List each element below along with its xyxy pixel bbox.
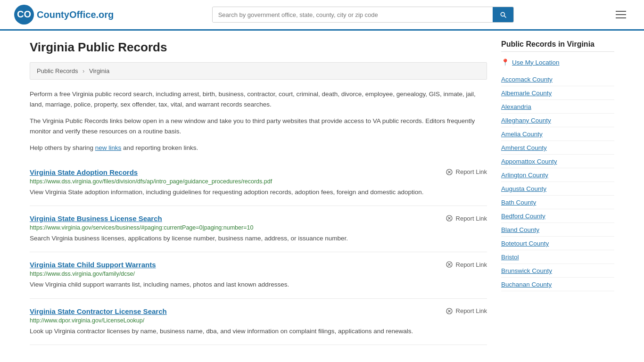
search-input[interactable] — [213, 8, 493, 22]
location-icon: 📍 — [501, 58, 509, 66]
sidebar-county-item: Bland County — [501, 223, 614, 237]
report-icon — [446, 214, 453, 222]
sidebar-county-link[interactable]: Buchanan County — [501, 281, 552, 288]
sidebar-county-item: Amherst County — [501, 141, 614, 155]
sidebar-county-item: Buchanan County — [501, 278, 614, 291]
record-title[interactable]: Virginia State Business License Search — [30, 214, 162, 222]
sidebar-county-list: Accomack CountyAlbemarle CountyAlexandri… — [501, 73, 614, 291]
sidebar-county-item: Amelia County — [501, 127, 614, 141]
sidebar-county-item: Accomack County — [501, 73, 614, 86]
record-url: https://www.dss.virginia.gov/family/dcse… — [30, 271, 487, 277]
menu-button[interactable] — [612, 7, 630, 23]
record-description: Look up Virginia contractor licenses by … — [30, 327, 487, 336]
sidebar-county-link[interactable]: Appomattox County — [501, 158, 557, 165]
sidebar-county-item: Appomattox County — [501, 155, 614, 168]
report-link[interactable]: Report Link — [446, 214, 487, 222]
sidebar-county-link[interactable]: Brunswick County — [501, 267, 552, 274]
svg-text:CO: CO — [17, 9, 31, 19]
sidebar-county-link[interactable]: Bland County — [501, 226, 539, 233]
record-header: Virginia State Business License Search R… — [30, 214, 487, 222]
logo[interactable]: CO CountyOffice.org — [14, 5, 114, 25]
sidebar-county-link[interactable]: Alleghany County — [501, 117, 551, 124]
record-title[interactable]: Virginia State Adoption Records — [30, 168, 138, 176]
record-header: Virginia State Contractor License Search… — [30, 307, 487, 315]
breadcrumb-separator: › — [83, 67, 84, 74]
sidebar-county-link[interactable]: Bath County — [501, 199, 536, 206]
sidebar-county-link[interactable]: Accomack County — [501, 76, 553, 83]
report-link[interactable]: Report Link — [446, 168, 487, 176]
sidebar-county-item: Augusta County — [501, 182, 614, 196]
breadcrumb-parent[interactable]: Public Records — [37, 67, 78, 74]
records-list: Virginia State Adoption Records Report L… — [30, 160, 487, 345]
record-url: http://www.dpor.virginia.gov/LicenseLook… — [30, 317, 487, 324]
sidebar-county-link[interactable]: Augusta County — [501, 185, 546, 192]
record-item: Virginia State Adoption Records Report L… — [30, 160, 487, 206]
search-icon — [499, 11, 507, 18]
sidebar-county-link[interactable]: Botetourt County — [501, 240, 549, 247]
record-item: Virginia State Contractor License Search… — [30, 299, 487, 345]
record-description: View Virginia child support warrants lis… — [30, 280, 487, 289]
record-description: Search Virginia business licenses, appli… — [30, 234, 487, 243]
logo-suffix: .org — [96, 9, 114, 20]
description-2: The Virginia Public Records links below … — [30, 116, 487, 136]
record-item: Virginia State Business License Search R… — [30, 206, 487, 252]
record-title[interactable]: Virginia State Child Support Warrants — [30, 261, 156, 269]
record-description: View Virginia State adoption information… — [30, 188, 487, 197]
sidebar-county-item: Alexandria — [501, 100, 614, 114]
record-title[interactable]: Virginia State Contractor License Search — [30, 307, 167, 315]
report-icon — [446, 261, 453, 268]
sidebar-county-item: Botetourt County — [501, 237, 614, 250]
use-my-location-link[interactable]: Use My Location — [512, 59, 560, 66]
menu-line — [616, 11, 626, 12]
sidebar-county-link[interactable]: Bristol — [501, 254, 519, 261]
sidebar-title: Public Records in Virginia — [501, 40, 614, 52]
report-link-label: Report Link — [456, 168, 487, 175]
report-link[interactable]: Report Link — [446, 261, 487, 268]
record-url: https://www.virginia.gov/services/busine… — [30, 224, 487, 231]
report-link-label: Report Link — [456, 307, 487, 314]
report-link-label: Report Link — [456, 215, 487, 222]
sidebar-county-item: Albemarle County — [501, 86, 614, 100]
search-button[interactable] — [493, 7, 513, 22]
report-icon — [446, 168, 453, 176]
sidebar-county-item: Bristol — [501, 250, 614, 264]
sidebar-county-item: Bedford County — [501, 209, 614, 223]
breadcrumb: Public Records › Virginia — [30, 62, 487, 80]
record-header: Virginia State Child Support Warrants Re… — [30, 261, 487, 269]
sidebar-county-link[interactable]: Arlington County — [501, 172, 548, 179]
record-url: https://www.dss.virginia.gov/files/divis… — [30, 178, 487, 185]
site-header: CO CountyOffice.org — [0, 0, 644, 31]
sidebar-county-item: Bath County — [501, 196, 614, 209]
sidebar-county-link[interactable]: Bedford County — [501, 213, 545, 220]
report-link-label: Report Link — [456, 261, 487, 268]
main-container: Virginia Public Records Public Records ›… — [16, 31, 628, 354]
menu-line — [616, 14, 626, 15]
sidebar-county-item: Brunswick County — [501, 264, 614, 278]
new-links-link[interactable]: new links — [95, 144, 122, 151]
breadcrumb-current: Virginia — [89, 67, 109, 74]
sidebar: Public Records in Virginia 📍 Use My Loca… — [501, 40, 614, 345]
record-header: Virginia State Adoption Records Report L… — [30, 168, 487, 176]
menu-line — [616, 17, 626, 18]
logo-text: CountyOffice — [37, 9, 96, 20]
content-area: Virginia Public Records Public Records ›… — [30, 40, 487, 345]
sidebar-county-item: Alleghany County — [501, 114, 614, 127]
description-3: Help others by sharing new links and rep… — [30, 143, 487, 153]
description-3-suffix: and reporting broken links. — [121, 144, 198, 151]
sidebar-county-link[interactable]: Albemarle County — [501, 90, 552, 97]
sidebar-county-link[interactable]: Amherst County — [501, 144, 547, 151]
page-title: Virginia Public Records — [30, 40, 487, 55]
report-icon — [446, 307, 453, 315]
search-bar — [212, 7, 514, 23]
description-1: Perform a free Virginia public record se… — [30, 89, 487, 109]
record-item: Virginia State Child Support Warrants Re… — [30, 252, 487, 298]
sidebar-county-link[interactable]: Amelia County — [501, 131, 543, 138]
sidebar-county-link[interactable]: Alexandria — [501, 103, 531, 110]
report-link[interactable]: Report Link — [446, 307, 487, 315]
sidebar-county-item: Arlington County — [501, 168, 614, 182]
sidebar-location: 📍 Use My Location — [501, 58, 614, 66]
description-3-prefix: Help others by sharing — [30, 144, 95, 151]
